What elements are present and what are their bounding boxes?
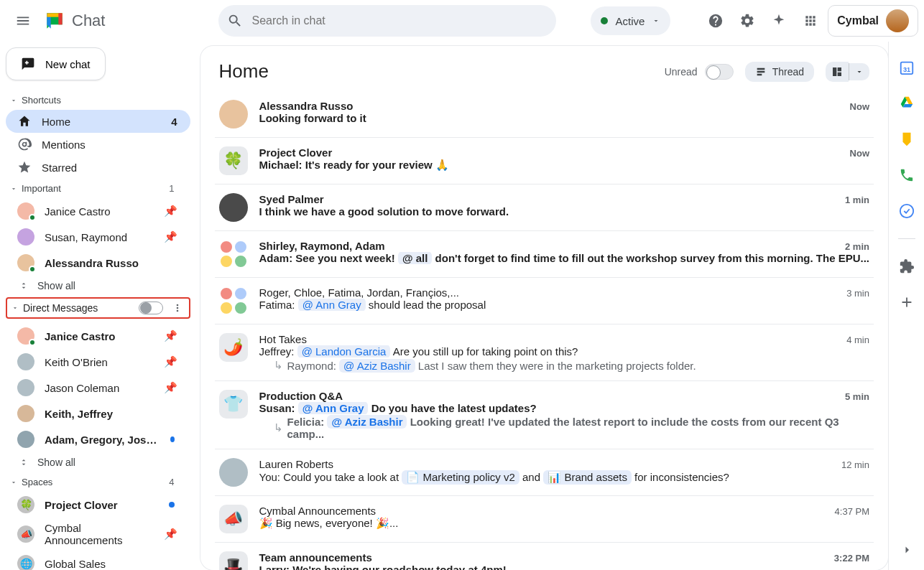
org-account-chip[interactable]: Cymbal	[828, 5, 918, 37]
conversation-row[interactable]: Shirley, Raymond, Adam2 minAdam: See you…	[215, 231, 874, 278]
conversation-time: Now	[841, 101, 869, 112]
conversation-avatar: 🍀	[219, 146, 248, 175]
more-vert-icon[interactable]	[172, 302, 183, 314]
conversation-time: 4:37 PM	[826, 506, 869, 517]
section-shortcuts[interactable]: Shortcuts	[6, 90, 190, 110]
new-chat-label: New chat	[45, 58, 91, 70]
sidebar-dm-keith-obrien[interactable]: Keith O'Brien📌	[6, 349, 190, 375]
thread-icon	[755, 66, 767, 78]
sidebar-space-clover[interactable]: 🍀Project Clover	[6, 492, 190, 518]
conversation-preview: Adam: See you next week! @ all don't for…	[259, 252, 869, 264]
section-important[interactable]: Important 1	[6, 179, 190, 198]
sidebar-dm-janice[interactable]: Janice Castro📌	[6, 323, 190, 349]
sidebar-dm-keith-jeffrey[interactable]: Keith, Jeffrey	[6, 401, 190, 426]
sidebar-item-home[interactable]: Home 4	[6, 110, 190, 133]
conversation-avatar	[219, 240, 248, 268]
conversation-row[interactable]: Alessandra RussoNowLooking forward to it	[215, 91, 874, 138]
sidebar-item-starred[interactable]: Starred	[6, 156, 190, 179]
sidebar-item-janice[interactable]: Janice Castro📌	[6, 198, 190, 224]
add-panel-icon[interactable]	[898, 294, 915, 311]
conversation-time: 4 min	[838, 335, 869, 345]
conversation-row[interactable]: 🎩Team announcements3:22 PMLarry: We're h…	[215, 543, 874, 570]
search-bar[interactable]	[218, 5, 556, 37]
caret-down-icon	[10, 185, 17, 192]
search-input[interactable]	[251, 14, 548, 27]
conversation-row[interactable]: 📣Cymbal Announcements4:37 PM🎉 Big news, …	[215, 496, 874, 543]
collapse-panel-icon[interactable]	[898, 541, 915, 559]
conversation-thread-reply: ↳ Raymond: @ Aziz Bashir Last I saw them…	[259, 359, 869, 372]
phone-icon[interactable]	[898, 167, 915, 184]
home-icon	[17, 114, 32, 129]
new-chat-icon	[21, 57, 35, 71]
new-chat-button[interactable]: New chat	[6, 47, 106, 80]
tasks-icon[interactable]	[898, 202, 915, 220]
calendar-icon[interactable]: 31	[898, 59, 915, 76]
sidebar-item-susan-raymond[interactable]: Susan, Raymond📌	[6, 224, 190, 250]
conversation-title: Cymbal Announcements	[259, 505, 376, 517]
conversation-title: Hot Takes	[259, 333, 307, 345]
conversation-avatar: 🌶️	[219, 333, 248, 362]
section-direct-messages[interactable]: Direct Messages	[6, 297, 190, 319]
conversation-time: Now	[841, 148, 869, 159]
sparkle-icon[interactable]	[764, 6, 793, 35]
conversation-row[interactable]: Syed Palmer1 minI think we have a good s…	[215, 184, 874, 231]
sidebar-space-global-sales[interactable]: 🌐Global Sales	[6, 551, 190, 570]
drive-icon[interactable]	[898, 95, 915, 112]
caret-down-icon	[10, 97, 17, 104]
extension-icon[interactable]	[898, 258, 915, 275]
conversation-row[interactable]: Lauren Roberts12 minYou: Could you take …	[215, 449, 874, 496]
thread-button[interactable]: Thread	[745, 62, 814, 82]
conversation-avatar	[219, 100, 248, 129]
apps-grid-icon[interactable]	[796, 6, 825, 35]
main-menu-icon[interactable]	[9, 6, 37, 35]
conversation-title: Roger, Chloe, Fatima, Jordan, Françios,.…	[259, 286, 459, 299]
conversation-preview: I think we have a good solution to move …	[259, 205, 869, 218]
keep-icon[interactable]	[898, 131, 915, 148]
unread-toggle-switch[interactable]	[705, 64, 734, 80]
conversation-avatar	[219, 286, 248, 315]
chevron-down-icon	[652, 17, 660, 25]
section-spaces[interactable]: Spaces 4	[6, 472, 190, 492]
conversation-preview: Looking forward to it	[259, 112, 869, 124]
megaphone-icon: 📣	[17, 525, 34, 543]
unread-filter[interactable]: Unread	[665, 64, 734, 80]
conversation-avatar	[219, 458, 248, 487]
status-label: Active	[615, 15, 645, 27]
pin-icon: 📌	[164, 330, 182, 342]
sidebar-item-mentions[interactable]: Mentions	[6, 133, 190, 156]
conversation-time: 2 min	[836, 241, 869, 252]
show-all-important[interactable]: Show all	[6, 276, 190, 296]
sidebar-dm-jason[interactable]: Jason Coleman📌	[6, 375, 190, 401]
help-icon[interactable]	[701, 6, 730, 35]
conversation-avatar	[219, 193, 248, 222]
conversation-title: Production Q&A	[259, 390, 343, 402]
conversation-title: Lauren Roberts	[259, 458, 333, 470]
pin-icon: 📌	[164, 528, 182, 541]
conversation-time: 5 min	[836, 391, 869, 402]
app-name: Chat	[72, 11, 105, 30]
page-title: Home	[219, 60, 269, 83]
app-logo[interactable]: Chat	[43, 9, 105, 32]
chat-logo-icon	[43, 9, 66, 32]
conversation-time: 3 min	[838, 288, 869, 299]
show-all-dm[interactable]: Show all	[6, 452, 190, 472]
pin-icon: 📌	[164, 355, 182, 368]
conversation-preview: Larry: We're having our roadshow today a…	[259, 564, 869, 570]
sidebar-dm-adam-group[interactable]: Adam, Gregory, Joseph, Jani...	[6, 426, 190, 452]
sidebar-item-alessandra[interactable]: Alessandra Russo	[6, 250, 190, 276]
sidebar-space-announcements[interactable]: 📣Cymbal Announcements📌	[6, 518, 190, 551]
conversation-row[interactable]: 👕Production Q&A5 minSusan: @ Ann Gray Do…	[215, 381, 874, 449]
settings-icon[interactable]	[733, 6, 762, 35]
conversation-row[interactable]: 🍀Project CloverNowMichael: It's ready fo…	[215, 138, 874, 184]
conversation-avatar: 🎩	[219, 551, 248, 570]
star-icon	[17, 160, 32, 174]
dm-toggle[interactable]	[139, 302, 163, 314]
status-selector[interactable]: Active	[591, 6, 670, 35]
view-switcher[interactable]	[826, 62, 869, 82]
conversation-list: Alessandra RussoNowLooking forward to it…	[200, 91, 888, 570]
pin-icon: 📌	[164, 381, 182, 394]
globe-icon: 🌐	[17, 555, 34, 570]
conversation-row[interactable]: 🌶️Hot Takes4 minJeffrey: @ Landon Garcia…	[215, 324, 874, 381]
conversation-row[interactable]: Roger, Chloe, Fatima, Jordan, Françios,.…	[215, 278, 874, 324]
conversation-title: Syed Palmer	[259, 193, 324, 205]
